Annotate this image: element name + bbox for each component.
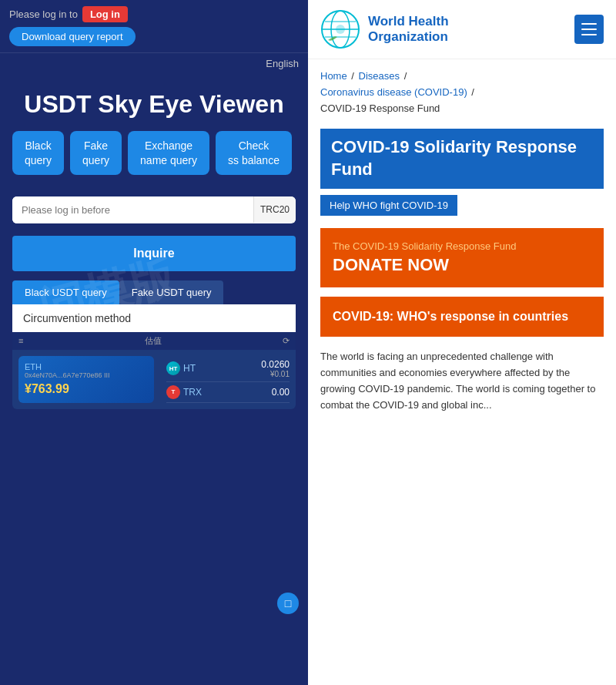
- donate-card[interactable]: The COVID-19 Solidarity Response Fund DO…: [320, 228, 604, 287]
- expand-button[interactable]: □: [277, 593, 299, 614]
- who-logo: World HealthOrganization: [320, 9, 449, 49]
- app-title: USDT Sky Eye Viewen: [0, 74, 308, 131]
- tab-fake-usdt[interactable]: Fake USDT query: [119, 280, 224, 304]
- hamburger-line-2: [581, 29, 597, 30]
- token-name-ht: HT HT: [166, 361, 196, 375]
- left-panel: Please log in to Log in Download query r…: [0, 0, 308, 685]
- trc-badge[interactable]: TRC20: [253, 196, 296, 223]
- widget-valuation-label: 估值: [145, 335, 162, 347]
- breadcrumb-sep-1: /: [351, 70, 357, 82]
- token-row-ht: HT HT 0.0260 ¥0.01: [166, 356, 290, 382]
- search-input[interactable]: [12, 196, 253, 223]
- ht-sub: ¥0.01: [261, 370, 290, 378]
- ht-icon: HT: [166, 361, 180, 375]
- donate-title: DONATE NOW: [333, 255, 591, 275]
- widget-header: ≡ 估值 ⟳: [12, 332, 296, 350]
- help-badge[interactable]: Help WHO fight COVID-19: [320, 195, 457, 216]
- language-label: English: [266, 58, 299, 69]
- search-area: TRC20: [12, 196, 296, 223]
- check-balance-button[interactable]: Checkss balance: [216, 131, 292, 174]
- eth-price: ¥763.99: [25, 382, 148, 396]
- token-value-trx: 0.00: [272, 387, 290, 398]
- breadcrumb-current: COVID-19 Response Fund: [320, 102, 440, 114]
- svg-point-5: [336, 25, 345, 34]
- breadcrumb-sep-3: /: [471, 86, 474, 98]
- token-list: HT HT 0.0260 ¥0.01 T TRX 0.00: [166, 350, 296, 409]
- tab-bar: Black USDT query Fake USDT query: [12, 280, 296, 304]
- token-row-trx: T TRX 0.00: [166, 382, 290, 403]
- fake-query-button[interactable]: Fakequery: [70, 131, 122, 174]
- breadcrumb-sep-2: /: [404, 70, 407, 82]
- pandemic-text: The world is facing an unprecedented cha…: [320, 349, 604, 425]
- solidarity-title: COVID-19 Solidarity Response Fund: [320, 129, 604, 188]
- right-panel: World HealthOrganization Home / Diseases…: [308, 0, 616, 685]
- bottom-widget: ≡ 估值 ⟳ ETH 0x4eN70A...6A7e770e86 III ¥76…: [12, 332, 296, 409]
- exchange-query-button[interactable]: Exchangename query: [128, 131, 209, 174]
- breadcrumb-home[interactable]: Home: [320, 70, 347, 82]
- trx-amount: 0.00: [272, 387, 290, 398]
- token-name-trx: T TRX: [166, 385, 202, 399]
- ht-amount: 0.0260: [261, 359, 290, 370]
- who-response-title: COVID-19: WHO's response in countries: [333, 309, 591, 325]
- login-button[interactable]: Log in: [82, 6, 128, 22]
- breadcrumb: Home / Diseases / Coronavirus disease (C…: [308, 59, 616, 119]
- who-globe-icon: [320, 9, 360, 49]
- tab-black-usdt[interactable]: Black USDT query: [12, 280, 119, 304]
- who-header: World HealthOrganization: [308, 0, 616, 59]
- who-content: COVID-19 Solidarity Response Fund Help W…: [308, 119, 616, 685]
- black-query-button[interactable]: Blackquery: [12, 131, 64, 174]
- breadcrumb-diseases[interactable]: Diseases: [359, 70, 400, 82]
- login-bar: Please log in to Log in: [9, 6, 299, 22]
- hamburger-line-3: [581, 34, 597, 35]
- download-button[interactable]: Download query report: [9, 27, 136, 46]
- eth-label: ETH: [25, 362, 148, 371]
- language-selector[interactable]: English: [0, 53, 308, 74]
- who-name: World HealthOrganization: [368, 14, 449, 45]
- login-prompt-text: Please log in to: [9, 8, 78, 20]
- donate-subtitle: The COVID-19 Solidarity Response Fund: [333, 240, 591, 252]
- inquire-button[interactable]: Inquire: [12, 236, 296, 271]
- token-value-ht: 0.0260 ¥0.01: [261, 359, 290, 378]
- eth-card: ETH 0x4eN70A...6A7e770e86 III ¥763.99: [18, 356, 154, 403]
- left-header: Please log in to Log in Download query r…: [0, 0, 308, 53]
- breadcrumb-covid[interactable]: Coronavirus disease (COVID-19): [320, 86, 467, 98]
- query-buttons-container: Blackquery Fakequery Exchangename query …: [0, 131, 308, 183]
- circumvention-method: Circumvention method: [12, 304, 296, 332]
- widget-body: ETH 0x4eN70A...6A7e770e86 III ¥763.99 HT…: [12, 350, 296, 409]
- hamburger-line-1: [581, 23, 597, 25]
- trx-icon: T: [166, 385, 180, 399]
- widget-menu-icon[interactable]: ≡: [18, 336, 23, 345]
- hamburger-menu-button[interactable]: [574, 15, 604, 44]
- who-response-card[interactable]: COVID-19: WHO's response in countries: [320, 297, 604, 337]
- widget-refresh-icon[interactable]: ⟳: [283, 336, 290, 346]
- eth-address: 0x4eN70A...6A7e770e86 III: [25, 371, 148, 379]
